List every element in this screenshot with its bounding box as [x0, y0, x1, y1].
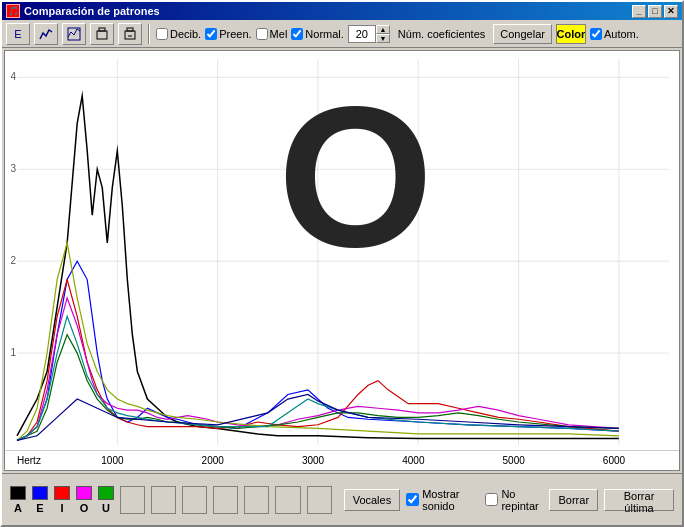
- svg-rect-2: [99, 28, 105, 31]
- xaxis-label: 5000: [503, 455, 525, 466]
- normal-check[interactable]: Normal.: [291, 28, 344, 40]
- mel-checkbox[interactable]: [256, 28, 268, 40]
- borrar-button[interactable]: Borrar: [549, 489, 598, 511]
- empty-slot-3[interactable]: [182, 486, 207, 514]
- color-label: Color: [557, 28, 586, 40]
- vowel-o-label: O: [80, 502, 89, 514]
- empty-slot-4[interactable]: [213, 486, 238, 514]
- preen-checkbox[interactable]: [205, 28, 217, 40]
- color-button[interactable]: Color: [556, 24, 586, 44]
- vowel-i-color: [54, 486, 70, 500]
- vowel-o-color: [76, 486, 92, 500]
- decib-check[interactable]: Decib.: [156, 28, 201, 40]
- empty-slot-2[interactable]: [151, 486, 176, 514]
- vowel-a-color: [10, 486, 26, 500]
- btn-graph1[interactable]: [34, 23, 58, 45]
- svg-rect-1: [97, 31, 107, 39]
- borrar-ultima-button[interactable]: Borrar última: [604, 489, 674, 511]
- titlebar-left: 🎵 Comparación de patrones: [6, 4, 160, 18]
- normal-label: Normal.: [305, 28, 344, 40]
- svg-rect-3: [125, 31, 135, 39]
- xaxis-labels: Hertz100020003000400050006000: [5, 450, 679, 470]
- titlebar-buttons: _ □ ✕: [632, 5, 678, 18]
- autom-checkbox[interactable]: [590, 28, 602, 40]
- main-area: Hertz100020003000400050006000: [4, 50, 680, 471]
- chart-svg: [5, 51, 679, 450]
- minimize-button[interactable]: _: [632, 5, 646, 18]
- vowel-a: A: [10, 486, 26, 514]
- decib-label: Decib.: [170, 28, 201, 40]
- vowel-e-color: [32, 486, 48, 500]
- preen-check[interactable]: Preen.: [205, 28, 251, 40]
- graph1-icon: [39, 27, 53, 41]
- vowel-u: U: [98, 486, 114, 514]
- xaxis-label: 2000: [202, 455, 224, 466]
- btn-print2[interactable]: [118, 23, 142, 45]
- vocales-button[interactable]: Vocales: [344, 489, 401, 511]
- toolbar: E Decib. Preen. Mel Normal.: [2, 20, 682, 48]
- empty-slot-6[interactable]: [275, 486, 300, 514]
- xaxis-label: 1000: [101, 455, 123, 466]
- bottom-bar: A E I O U Vocales Mostrar sonido: [2, 473, 682, 525]
- coef-spinbox[interactable]: 20 ▲ ▼: [348, 25, 390, 43]
- maximize-button[interactable]: □: [648, 5, 662, 18]
- xaxis-label: 4000: [402, 455, 424, 466]
- main-window: 🎵 Comparación de patrones _ □ ✕ E Decib.: [0, 0, 684, 527]
- mostrar-check[interactable]: Mostrar sonido: [406, 488, 479, 512]
- decib-checkbox[interactable]: [156, 28, 168, 40]
- close-button[interactable]: ✕: [664, 5, 678, 18]
- preen-label: Preen.: [219, 28, 251, 40]
- empty-slot-7[interactable]: [307, 486, 332, 514]
- mostrar-label: Mostrar sonido: [422, 488, 479, 512]
- svg-rect-4: [127, 28, 133, 31]
- sep1: [148, 24, 150, 44]
- coef-label: Núm. coeficientes: [398, 28, 485, 40]
- btn-e-label: E: [14, 28, 21, 40]
- window-title: Comparación de patrones: [24, 5, 160, 17]
- vowel-u-color: [98, 486, 114, 500]
- vowel-i: I: [54, 486, 70, 514]
- mel-check[interactable]: Mel: [256, 28, 288, 40]
- no-repintar-checkbox[interactable]: [485, 493, 498, 506]
- vowel-e: E: [32, 486, 48, 514]
- xaxis-label: 6000: [603, 455, 625, 466]
- btn-print1[interactable]: [90, 23, 114, 45]
- btn-e[interactable]: E: [6, 23, 30, 45]
- xaxis-label: Hertz: [17, 455, 41, 466]
- coef-input[interactable]: 20: [348, 25, 376, 43]
- mostrar-checkbox[interactable]: [406, 493, 419, 506]
- congelar-button[interactable]: Congelar: [493, 24, 552, 44]
- spinbox-up[interactable]: ▲: [376, 25, 390, 34]
- vowel-a-label: A: [14, 502, 22, 514]
- spinbox-arrows: ▲ ▼: [376, 25, 390, 43]
- titlebar: 🎵 Comparación de patrones _ □ ✕: [2, 2, 682, 20]
- autom-label: Autom.: [604, 28, 639, 40]
- btn-graph2[interactable]: [62, 23, 86, 45]
- vowel-e-label: E: [36, 502, 43, 514]
- chart-container: [5, 51, 679, 450]
- print1-icon: [95, 27, 109, 41]
- xaxis-label: 3000: [302, 455, 324, 466]
- vowel-o: O: [76, 486, 92, 514]
- graph2-icon: [67, 27, 81, 41]
- vowel-i-label: I: [60, 502, 63, 514]
- empty-slot-1[interactable]: [120, 486, 145, 514]
- mel-label: Mel: [270, 28, 288, 40]
- no-repintar-label: No repintar: [501, 488, 543, 512]
- vowel-u-label: U: [102, 502, 110, 514]
- empty-slot-5[interactable]: [244, 486, 269, 514]
- spinbox-down[interactable]: ▼: [376, 34, 390, 43]
- normal-checkbox[interactable]: [291, 28, 303, 40]
- print2-icon: [123, 27, 137, 41]
- autom-check[interactable]: Autom.: [590, 28, 639, 40]
- no-repintar-check[interactable]: No repintar: [485, 488, 543, 512]
- app-icon: 🎵: [6, 4, 20, 18]
